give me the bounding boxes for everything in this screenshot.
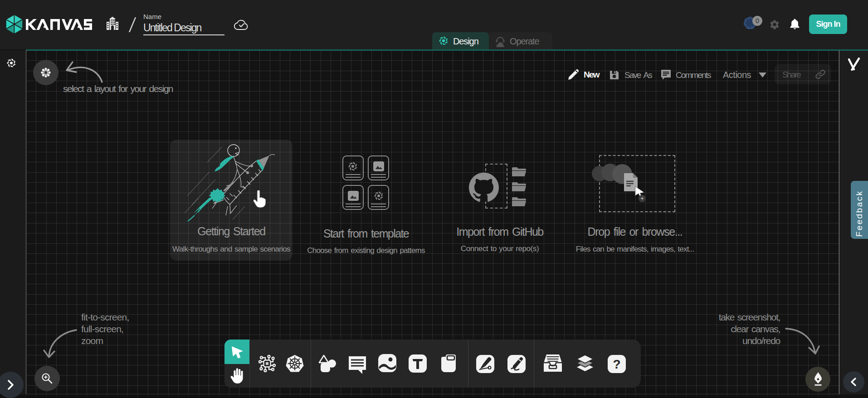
- svg-text:?: ?: [613, 357, 620, 371]
